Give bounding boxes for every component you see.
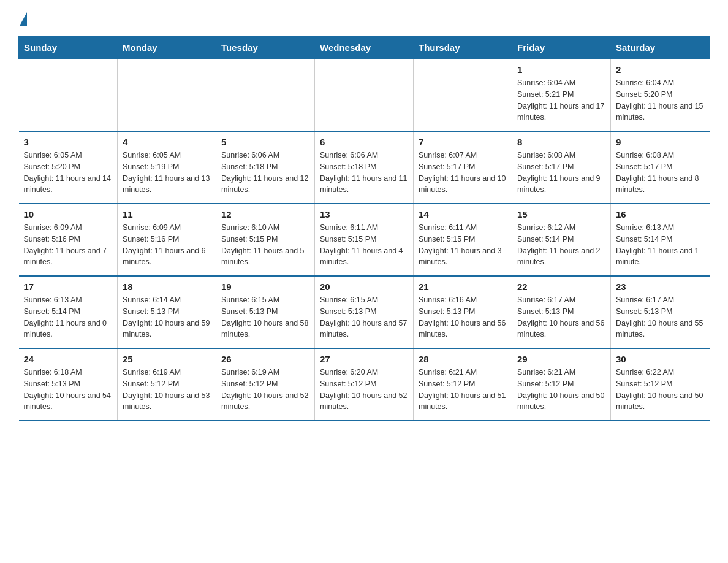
day-cell: 17Sunrise: 6:13 AM Sunset: 5:14 PM Dayli…: [19, 276, 118, 348]
day-cell: 4Sunrise: 6:05 AM Sunset: 5:19 PM Daylig…: [118, 131, 216, 204]
day-info: Sunrise: 6:10 AM Sunset: 5:15 PM Dayligh…: [221, 222, 309, 268]
day-number: 20: [320, 282, 408, 292]
day-number: 15: [517, 209, 605, 220]
weekday-header-row: SundayMondayTuesdayWednesdayThursdayFrid…: [19, 36, 710, 59]
day-number: 10: [24, 209, 113, 220]
day-number: 21: [419, 282, 507, 292]
calendar-table: SundayMondayTuesdayWednesdayThursdayFrid…: [18, 36, 710, 421]
day-info: Sunrise: 6:22 AM Sunset: 5:12 PM Dayligh…: [616, 367, 705, 413]
day-number: 22: [517, 282, 605, 292]
day-cell: [414, 59, 512, 132]
day-info: Sunrise: 6:12 AM Sunset: 5:14 PM Dayligh…: [517, 222, 605, 268]
day-info: Sunrise: 6:21 AM Sunset: 5:12 PM Dayligh…: [517, 367, 605, 413]
day-number: 25: [123, 354, 211, 364]
day-number: 23: [616, 282, 705, 292]
week-row-3: 10Sunrise: 6:09 AM Sunset: 5:16 PM Dayli…: [19, 204, 710, 276]
day-number: 4: [123, 137, 211, 147]
day-cell: 30Sunrise: 6:22 AM Sunset: 5:12 PM Dayli…: [611, 348, 710, 421]
week-row-4: 17Sunrise: 6:13 AM Sunset: 5:14 PM Dayli…: [19, 276, 710, 348]
day-cell: 22Sunrise: 6:17 AM Sunset: 5:13 PM Dayli…: [512, 276, 611, 348]
day-cell: 23Sunrise: 6:17 AM Sunset: 5:13 PM Dayli…: [611, 276, 710, 348]
day-info: Sunrise: 6:08 AM Sunset: 5:17 PM Dayligh…: [517, 150, 605, 196]
day-number: 8: [517, 137, 605, 147]
day-number: 3: [24, 137, 113, 147]
day-info: Sunrise: 6:08 AM Sunset: 5:17 PM Dayligh…: [616, 150, 705, 196]
day-number: 19: [221, 282, 309, 292]
day-number: 7: [419, 137, 507, 147]
day-info: Sunrise: 6:18 AM Sunset: 5:13 PM Dayligh…: [24, 367, 113, 413]
day-cell: 12Sunrise: 6:10 AM Sunset: 5:15 PM Dayli…: [216, 204, 315, 276]
day-cell: [315, 59, 414, 132]
day-cell: 9Sunrise: 6:08 AM Sunset: 5:17 PM Daylig…: [611, 131, 710, 204]
weekday-header-tuesday: Tuesday: [216, 36, 315, 59]
day-cell: 20Sunrise: 6:15 AM Sunset: 5:13 PM Dayli…: [315, 276, 414, 348]
day-cell: 27Sunrise: 6:20 AM Sunset: 5:12 PM Dayli…: [315, 348, 414, 421]
day-number: 26: [221, 354, 309, 364]
day-cell: 16Sunrise: 6:13 AM Sunset: 5:14 PM Dayli…: [611, 204, 710, 276]
day-info: Sunrise: 6:19 AM Sunset: 5:12 PM Dayligh…: [123, 367, 211, 413]
day-number: 30: [616, 354, 705, 364]
day-cell: 28Sunrise: 6:21 AM Sunset: 5:12 PM Dayli…: [414, 348, 512, 421]
weekday-header-friday: Friday: [512, 36, 611, 59]
weekday-header-monday: Monday: [118, 36, 216, 59]
day-cell: 3Sunrise: 6:05 AM Sunset: 5:20 PM Daylig…: [19, 131, 118, 204]
day-info: Sunrise: 6:11 AM Sunset: 5:15 PM Dayligh…: [320, 222, 408, 268]
day-cell: 6Sunrise: 6:06 AM Sunset: 5:18 PM Daylig…: [315, 131, 414, 204]
day-cell: 19Sunrise: 6:15 AM Sunset: 5:13 PM Dayli…: [216, 276, 315, 348]
day-info: Sunrise: 6:11 AM Sunset: 5:15 PM Dayligh…: [419, 222, 507, 268]
week-row-2: 3Sunrise: 6:05 AM Sunset: 5:20 PM Daylig…: [19, 131, 710, 204]
day-cell: 11Sunrise: 6:09 AM Sunset: 5:16 PM Dayli…: [118, 204, 216, 276]
day-cell: 26Sunrise: 6:19 AM Sunset: 5:12 PM Dayli…: [216, 348, 315, 421]
day-number: 24: [24, 354, 113, 364]
day-info: Sunrise: 6:21 AM Sunset: 5:12 PM Dayligh…: [419, 367, 507, 413]
day-cell: [118, 59, 216, 132]
logo: [18, 12, 27, 23]
day-info: Sunrise: 6:13 AM Sunset: 5:14 PM Dayligh…: [24, 294, 113, 340]
day-cell: 18Sunrise: 6:14 AM Sunset: 5:13 PM Dayli…: [118, 276, 216, 348]
day-cell: 15Sunrise: 6:12 AM Sunset: 5:14 PM Dayli…: [512, 204, 611, 276]
day-info: Sunrise: 6:04 AM Sunset: 5:20 PM Dayligh…: [616, 77, 705, 123]
day-info: Sunrise: 6:20 AM Sunset: 5:12 PM Dayligh…: [320, 367, 408, 413]
day-number: 5: [221, 137, 309, 147]
day-number: 12: [221, 209, 309, 220]
day-info: Sunrise: 6:09 AM Sunset: 5:16 PM Dayligh…: [123, 222, 211, 268]
day-number: 14: [419, 209, 507, 220]
day-number: 2: [616, 64, 705, 75]
logo-triangle-icon: [20, 12, 27, 26]
day-number: 1: [517, 64, 605, 75]
day-info: Sunrise: 6:15 AM Sunset: 5:13 PM Dayligh…: [221, 294, 309, 340]
day-info: Sunrise: 6:17 AM Sunset: 5:13 PM Dayligh…: [517, 294, 605, 340]
day-cell: 14Sunrise: 6:11 AM Sunset: 5:15 PM Dayli…: [414, 204, 512, 276]
day-info: Sunrise: 6:04 AM Sunset: 5:21 PM Dayligh…: [517, 77, 605, 123]
day-number: 9: [616, 137, 705, 147]
day-cell: 21Sunrise: 6:16 AM Sunset: 5:13 PM Dayli…: [414, 276, 512, 348]
day-info: Sunrise: 6:13 AM Sunset: 5:14 PM Dayligh…: [616, 222, 705, 268]
day-cell: 7Sunrise: 6:07 AM Sunset: 5:17 PM Daylig…: [414, 131, 512, 204]
day-cell: 25Sunrise: 6:19 AM Sunset: 5:12 PM Dayli…: [118, 348, 216, 421]
day-number: 13: [320, 209, 408, 220]
day-info: Sunrise: 6:06 AM Sunset: 5:18 PM Dayligh…: [320, 150, 408, 196]
day-cell: 5Sunrise: 6:06 AM Sunset: 5:18 PM Daylig…: [216, 131, 315, 204]
day-cell: [19, 59, 118, 132]
day-info: Sunrise: 6:19 AM Sunset: 5:12 PM Dayligh…: [221, 367, 309, 413]
day-cell: 8Sunrise: 6:08 AM Sunset: 5:17 PM Daylig…: [512, 131, 611, 204]
day-cell: 13Sunrise: 6:11 AM Sunset: 5:15 PM Dayli…: [315, 204, 414, 276]
day-info: Sunrise: 6:09 AM Sunset: 5:16 PM Dayligh…: [24, 222, 113, 268]
weekday-header-saturday: Saturday: [611, 36, 710, 59]
page-header: [18, 12, 710, 23]
day-info: Sunrise: 6:14 AM Sunset: 5:13 PM Dayligh…: [123, 294, 211, 340]
week-row-5: 24Sunrise: 6:18 AM Sunset: 5:13 PM Dayli…: [19, 348, 710, 421]
day-number: 17: [24, 282, 113, 292]
week-row-1: 1Sunrise: 6:04 AM Sunset: 5:21 PM Daylig…: [19, 59, 710, 132]
day-info: Sunrise: 6:15 AM Sunset: 5:13 PM Dayligh…: [320, 294, 408, 340]
day-number: 18: [123, 282, 211, 292]
day-info: Sunrise: 6:17 AM Sunset: 5:13 PM Dayligh…: [616, 294, 705, 340]
day-info: Sunrise: 6:05 AM Sunset: 5:20 PM Dayligh…: [24, 150, 113, 196]
day-info: Sunrise: 6:06 AM Sunset: 5:18 PM Dayligh…: [221, 150, 309, 196]
day-number: 29: [517, 354, 605, 364]
day-number: 16: [616, 209, 705, 220]
day-cell: 24Sunrise: 6:18 AM Sunset: 5:13 PM Dayli…: [19, 348, 118, 421]
day-info: Sunrise: 6:07 AM Sunset: 5:17 PM Dayligh…: [419, 150, 507, 196]
day-cell: 29Sunrise: 6:21 AM Sunset: 5:12 PM Dayli…: [512, 348, 611, 421]
weekday-header-wednesday: Wednesday: [315, 36, 414, 59]
